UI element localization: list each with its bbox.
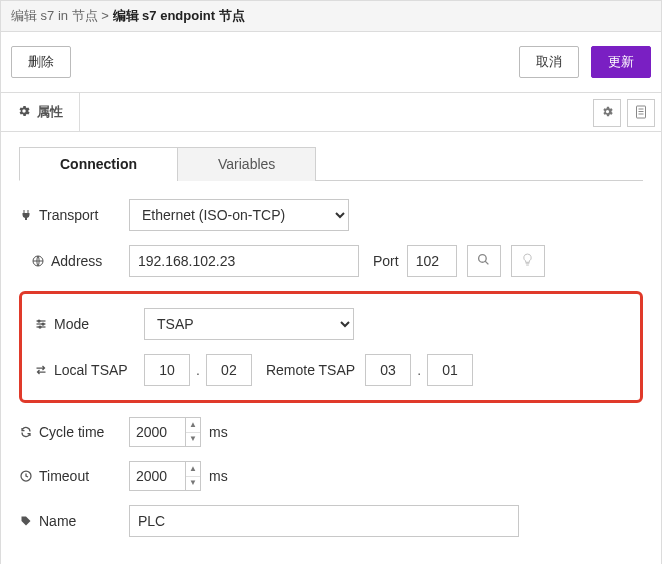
search-button[interactable] — [467, 245, 501, 277]
row-address: Address Port — [19, 245, 643, 277]
label-name: Name — [19, 513, 129, 529]
remote-tsap-b-input[interactable] — [427, 354, 473, 386]
label-transport: Transport — [19, 207, 129, 223]
cycle-time-input[interactable] — [129, 417, 185, 447]
gear-icon — [601, 105, 614, 121]
label-address: Address — [19, 253, 129, 269]
svg-point-11 — [42, 323, 44, 325]
label-remote-tsap: Remote TSAP — [266, 362, 355, 378]
highlight-box: Mode TSAP Local TSAP . Remote TSAP . — [19, 291, 643, 403]
label-timeout: Timeout — [19, 468, 129, 484]
bulb-button[interactable] — [511, 245, 545, 277]
dot-separator: . — [196, 362, 200, 378]
local-tsap-a-input[interactable] — [144, 354, 190, 386]
gear-icon — [17, 104, 31, 121]
edit-panel: Connection Variables Transport Ethernet … — [0, 132, 662, 564]
row-transport: Transport Ethernet (ISO-on-TCP) — [19, 199, 643, 231]
action-bar: 删除 取消 更新 — [0, 32, 662, 93]
port-input[interactable] — [407, 245, 457, 277]
svg-line-6 — [485, 261, 488, 264]
row-mode: Mode TSAP — [34, 308, 628, 340]
label-local-tsap: Local TSAP — [34, 362, 144, 378]
mode-select[interactable]: TSAP — [144, 308, 354, 340]
label-text: Transport — [39, 207, 98, 223]
tab-variables[interactable]: Variables — [177, 147, 316, 181]
svg-point-5 — [479, 255, 487, 263]
label-text: Local TSAP — [54, 362, 128, 378]
stepper-down[interactable]: ▼ — [186, 433, 200, 447]
delete-button[interactable]: 删除 — [11, 46, 71, 78]
label-text: Name — [39, 513, 76, 529]
swap-icon — [34, 364, 48, 376]
svg-point-12 — [39, 326, 41, 328]
dot-separator: . — [417, 362, 421, 378]
update-button[interactable]: 更新 — [591, 46, 651, 78]
breadcrumb: 编辑 s7 in 节点 > 编辑 s7 endpoint 节点 — [0, 0, 662, 32]
refresh-icon — [19, 426, 33, 438]
globe-icon — [31, 255, 45, 267]
address-input[interactable] — [129, 245, 359, 277]
label-text: Address — [51, 253, 102, 269]
remote-tsap-a-input[interactable] — [365, 354, 411, 386]
tab-tools — [581, 95, 661, 131]
label-text: Timeout — [39, 468, 89, 484]
top-tab-strip: 属性 — [0, 93, 662, 132]
timeout-input[interactable] — [129, 461, 185, 491]
row-cycle-time: Cycle time ▲ ▼ ms — [19, 417, 643, 447]
document-icon — [635, 105, 647, 122]
tag-icon — [19, 515, 33, 527]
label-port: Port — [373, 253, 399, 269]
stepper-up[interactable]: ▲ — [186, 462, 200, 477]
tab-properties[interactable]: 属性 — [1, 93, 80, 131]
timeout-stepper[interactable]: ▲ ▼ — [129, 461, 201, 491]
svg-point-10 — [38, 320, 40, 322]
stepper-up[interactable]: ▲ — [186, 418, 200, 433]
label-text: Mode — [54, 316, 89, 332]
bulb-icon — [522, 253, 533, 270]
tab-connection[interactable]: Connection — [19, 147, 178, 181]
row-timeout: Timeout ▲ ▼ ms — [19, 461, 643, 491]
cycle-unit: ms — [209, 424, 228, 440]
sliders-icon — [34, 318, 48, 330]
row-tsap: Local TSAP . Remote TSAP . — [34, 354, 628, 386]
search-icon — [477, 253, 490, 269]
tab-properties-label: 属性 — [37, 103, 63, 121]
inner-tab-strip: Connection Variables — [19, 146, 643, 181]
label-cycle-time: Cycle time — [19, 424, 129, 440]
label-text: Cycle time — [39, 424, 104, 440]
label-mode: Mode — [34, 316, 144, 332]
name-input[interactable] — [129, 505, 519, 537]
transport-select[interactable]: Ethernet (ISO-on-TCP) — [129, 199, 349, 231]
timeout-unit: ms — [209, 468, 228, 484]
plug-icon — [19, 209, 33, 221]
breadcrumb-parent[interactable]: 编辑 s7 in 节点 > — [11, 8, 113, 23]
doc-button[interactable] — [627, 99, 655, 127]
settings-button[interactable] — [593, 99, 621, 127]
cycle-time-stepper[interactable]: ▲ ▼ — [129, 417, 201, 447]
cancel-button[interactable]: 取消 — [519, 46, 579, 78]
local-tsap-b-input[interactable] — [206, 354, 252, 386]
breadcrumb-current: 编辑 s7 endpoint 节点 — [113, 8, 245, 23]
stepper-down[interactable]: ▼ — [186, 477, 200, 491]
clock-icon — [19, 470, 33, 482]
row-name: Name — [19, 505, 643, 537]
